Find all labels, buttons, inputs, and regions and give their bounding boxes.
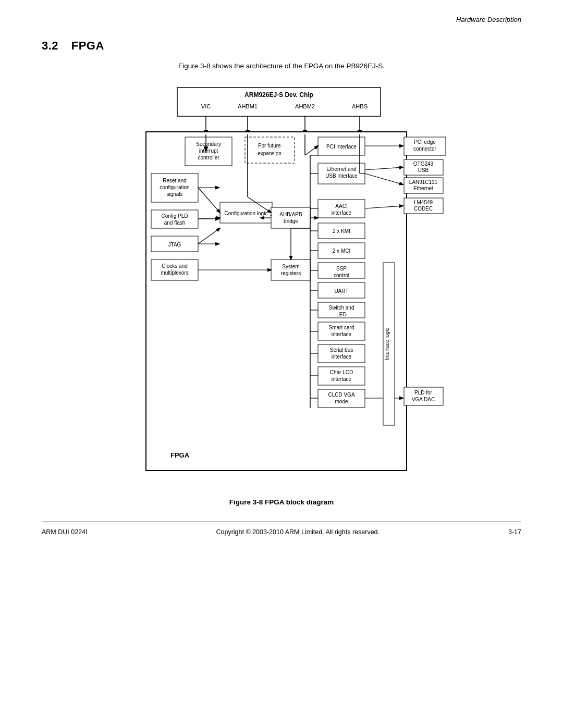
svg-text:USB interface: USB interface: [325, 173, 358, 179]
svg-text:controller: controller: [198, 155, 219, 161]
fpga-block-diagram: ARM926EJ-S Dev. Chip VIC AHBM1 AHBM2 AHB…: [94, 82, 469, 489]
svg-text:signals: signals: [166, 191, 182, 197]
svg-text:control: control: [334, 273, 349, 278]
svg-text:interface: interface: [332, 376, 352, 382]
svg-text:multiplexors: multiplexors: [161, 270, 188, 276]
svg-text:connector: connector: [413, 146, 437, 152]
svg-text:expansion: expansion: [258, 151, 282, 156]
svg-text:LAN91C111: LAN91C111: [409, 179, 438, 185]
svg-text:AACI: AACI: [335, 203, 347, 209]
svg-text:2 x KMI: 2 x KMI: [333, 228, 350, 234]
svg-text:UART: UART: [334, 288, 348, 294]
svg-text:Ethernet: Ethernet: [413, 186, 433, 191]
svg-text:Char LCD: Char LCD: [330, 369, 353, 375]
figure-caption-bottom: Figure 3-8 FPGA block diagram: [42, 498, 521, 506]
svg-text:Config PLD: Config PLD: [161, 213, 188, 219]
svg-text:CLCD VGA: CLCD VGA: [328, 392, 354, 398]
svg-text:FPGA: FPGA: [170, 451, 190, 459]
svg-text:VGA DAC: VGA DAC: [412, 397, 435, 402]
svg-text:LED: LED: [336, 312, 346, 317]
svg-text:interface: interface: [332, 354, 352, 360]
svg-text:Secondary: Secondary: [196, 141, 221, 147]
svg-text:Reset and: Reset and: [163, 178, 187, 183]
svg-text:bridge: bridge: [284, 218, 298, 224]
svg-text:VIC: VIC: [201, 103, 211, 109]
section-number: 3.2: [42, 39, 58, 52]
svg-text:interface: interface: [332, 331, 352, 337]
diagram-wrapper: ARM926EJ-S Dev. Chip VIC AHBM1 AHBM2 AHB…: [42, 82, 521, 489]
svg-text:Clocks and: Clocks and: [162, 263, 187, 269]
page-footer: ARM DUI 0224I Copyright © 2003-2010 ARM …: [0, 522, 563, 536]
svg-text:LM4549: LM4549: [414, 200, 433, 205]
footer-left: ARM DUI 0224I: [42, 528, 88, 536]
svg-text:Interface logic: Interface logic: [384, 328, 390, 360]
svg-text:Switch and: Switch and: [329, 305, 354, 311]
section-heading: FPGA: [71, 39, 104, 52]
svg-text:USB: USB: [418, 167, 429, 173]
svg-text:and flash: and flash: [164, 220, 186, 226]
svg-text:PCI edge: PCI edge: [414, 139, 436, 145]
svg-text:registers: registers: [281, 270, 301, 276]
footer-center: Copyright © 2003-2010 ARM Limited. All r…: [216, 528, 380, 536]
svg-text:configuration: configuration: [160, 184, 189, 190]
svg-text:AHBS: AHBS: [352, 103, 368, 109]
svg-text:PLD for: PLD for: [414, 390, 433, 396]
svg-text:interface: interface: [332, 210, 352, 216]
svg-text:Configuration logic: Configuration logic: [225, 211, 268, 216]
svg-text:CODEC: CODEC: [414, 206, 433, 212]
figure-caption-top: Figure 3-8 shows the architecture of the…: [42, 62, 521, 70]
svg-text:PCI interface: PCI interface: [326, 144, 357, 150]
svg-text:Serial bus: Serial bus: [330, 347, 353, 353]
svg-text:SSP: SSP: [336, 266, 347, 272]
svg-text:ARM926EJ-S Dev. Chip: ARM926EJ-S Dev. Chip: [244, 91, 313, 98]
svg-rect-16: [245, 137, 295, 163]
svg-text:OTG243: OTG243: [413, 161, 434, 167]
svg-rect-47: [271, 207, 310, 228]
svg-text:mode: mode: [335, 399, 348, 404]
svg-text:interrupt: interrupt: [199, 148, 218, 154]
main-content: 3.2 FPGA Figure 3-8 shows the architectu…: [0, 29, 563, 506]
svg-text:JTAG: JTAG: [168, 242, 181, 248]
svg-text:System: System: [282, 264, 299, 269]
footer-right: 3-17: [508, 528, 521, 536]
svg-text:Ethernet and: Ethernet and: [326, 166, 356, 172]
page-header: Hardware Description: [0, 0, 563, 29]
svg-text:AHBM2: AHBM2: [295, 103, 315, 109]
svg-text:AHB/APB: AHB/APB: [279, 212, 302, 217]
svg-text:For future: For future: [258, 143, 281, 149]
svg-text:AHBM1: AHBM1: [238, 103, 258, 109]
header-text: Hardware Description: [456, 16, 521, 23]
svg-text:Smart card: Smart card: [329, 325, 354, 330]
page: Hardware Description 3.2 FPGA Figure 3-8…: [0, 0, 563, 728]
section-title: 3.2 FPGA: [42, 39, 521, 53]
svg-rect-68: [271, 260, 310, 280]
svg-text:2 x MCI: 2 x MCI: [333, 248, 350, 254]
